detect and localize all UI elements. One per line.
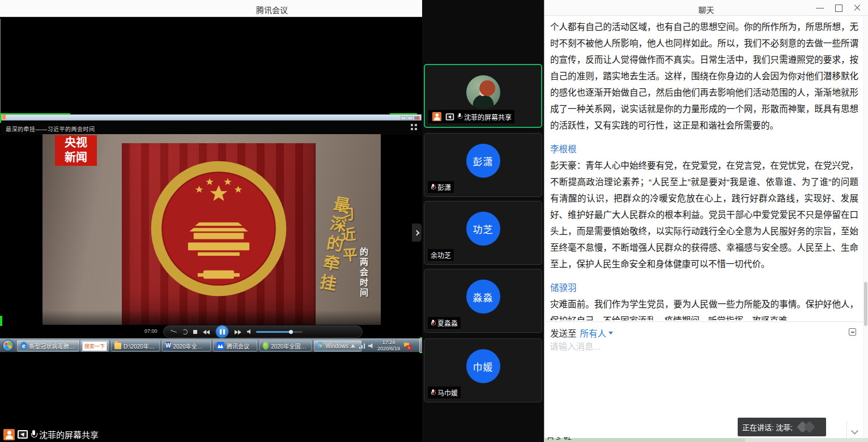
system-tray: 17:24 2020/6/19 1 — [350, 339, 418, 353]
participant-label: 彭潇 — [428, 181, 454, 193]
now-speaking-overlay: 正在讲话: 沈菲; — [738, 418, 826, 436]
mic-muted-icon — [431, 184, 435, 191]
taskbar-item-ie[interactable]: e 新型冠状病毒肺炎疫情 — [17, 340, 79, 351]
chat-titlebar: 聊天 — [544, 0, 868, 16]
word-doc-icon: W — [165, 342, 171, 350]
cctv-logo-line2: 新闻 — [55, 150, 97, 165]
send-to-selector[interactable]: 所有人 — [580, 327, 614, 339]
avatar: 功芝 — [466, 212, 500, 246]
presenter-icon — [3, 429, 15, 440]
share-border-fragment — [0, 316, 2, 326]
chat-scrollbar-track[interactable] — [863, 16, 868, 442]
wmp-window-titlebar[interactable] — [1, 114, 422, 121]
video-title: 最深的牵挂——习近平的两会时间 — [6, 125, 95, 133]
participant-name: 余功芝 — [431, 250, 451, 260]
fast-forward-button[interactable] — [235, 327, 241, 337]
start-button[interactable] — [2, 340, 14, 351]
chat-sender[interactable]: 李根根 — [550, 141, 858, 157]
screen-share-icon — [18, 430, 28, 439]
action-center-flag-icon[interactable]: 1 — [403, 342, 410, 350]
avatar: 彭潇 — [466, 144, 500, 178]
ie-icon: e — [20, 342, 27, 350]
participant-label: 沈菲的屏幕共享 — [428, 110, 514, 123]
folder-icon — [114, 343, 121, 349]
windows-flag-icon — [5, 342, 11, 349]
taskbar-item-folder[interactable]: D:\2020年春学... — [111, 340, 160, 351]
participant-name: 彭潇 — [437, 182, 451, 192]
clock-date: 2020/6/19 — [377, 346, 400, 352]
rewind-button[interactable] — [203, 327, 210, 337]
chat-message-list[interactable]: 个人都有自己的活动区域，也有自己的思想空间。你的所作所为，所思所想，无时不刻不被… — [544, 16, 864, 320]
share-banner: 沈菲的屏幕共享 — [1, 428, 101, 441]
volume-icon[interactable] — [247, 329, 250, 334]
participant-tile-sharer[interactable]: 沈菲的屏幕共享 — [424, 64, 542, 128]
participant-name: 夏淼淼 — [437, 318, 458, 328]
send-to-label: 发送至 — [550, 327, 577, 339]
participant-tile[interactable]: 巾媛 马巾媛 — [424, 338, 542, 402]
repeat-icon[interactable] — [182, 329, 188, 334]
cctv-logo-line1: 央视 — [55, 135, 97, 150]
taskbar-item-meeting[interactable]: 腾讯会议 — [213, 340, 257, 351]
partial-clipped-text: 吕永勤 — [546, 435, 597, 440]
chat-window: 聊天 个人都有自己的活动区域，也有自己的思想空间。你的所作所为，所思所想，无时不… — [544, 0, 868, 442]
participant-tile[interactable]: 彭潇 彭潇 — [424, 133, 542, 197]
participant-name: 沈菲的屏幕共享 — [464, 112, 512, 122]
taskbar-item-doc[interactable]: W 2020年全国两会.do.. — [162, 340, 211, 351]
chat-scrollbar-thumb[interactable] — [864, 282, 867, 326]
chat-message: 灾难面前。我们作为学生党员，要为人民做一些力所能及的事情。保护好他人，保护好自己… — [550, 296, 858, 320]
playback-time: 07:00 — [144, 328, 158, 334]
popout-chat-icon[interactable] — [849, 328, 856, 336]
video-frame[interactable]: 央视 新闻 — [42, 134, 381, 325]
send-to-value: 所有人 — [580, 327, 607, 339]
avatar: 巾媛 — [466, 349, 500, 383]
wmp-maximize-button[interactable] — [407, 116, 413, 120]
mic-muted-icon — [431, 389, 435, 396]
participant-tile[interactable]: 淼淼 夏淼淼 — [424, 269, 542, 333]
taskbar-clock[interactable]: 17:24 2020/6/19 — [377, 340, 400, 352]
wmp-icon — [317, 342, 323, 350]
participant-label: 夏淼淼 — [428, 317, 461, 329]
taskbar-item-search[interactable]: 搜索一下 — [80, 340, 109, 351]
collapse-panel-button[interactable] — [412, 224, 422, 242]
tencent-meeting-logo-watermark — [797, 421, 818, 434]
chat-minimize-button[interactable] — [812, 3, 827, 12]
tencent-meeting-icon — [216, 342, 224, 350]
speaker-icon[interactable] — [368, 343, 374, 349]
participant-label: 马巾媛 — [428, 387, 461, 398]
avatar — [466, 75, 500, 109]
national-emblem — [149, 159, 288, 298]
windows-taskbar: e 新型冠状病毒肺炎疫情 搜索一下 D:\2020年春学... W 2020年全… — [0, 338, 422, 352]
wmp-topbar: 最深的牵挂——习近平的两会时间 — [1, 121, 422, 135]
tray-chevron-up-icon[interactable] — [350, 343, 356, 349]
divider — [846, 421, 847, 438]
chat-message: 彭天豪：青年人心中始终要有党，在党爱党，在党言党，在党忧党，在党兴党，不断提高政… — [550, 157, 858, 272]
shuffle-icon[interactable] — [170, 328, 177, 334]
mic-muted-icon — [431, 320, 435, 327]
chat-maximize-button[interactable] — [832, 3, 846, 12]
wmp-window-icon — [2, 115, 6, 119]
mic-icon — [457, 113, 462, 120]
switch-library-icon[interactable] — [411, 124, 417, 130]
chat-close-button[interactable] — [850, 3, 865, 12]
network-icon[interactable] — [359, 343, 365, 349]
pause-button[interactable] — [215, 325, 229, 338]
volume-slider[interactable] — [256, 331, 303, 333]
chat-message-input[interactable] — [550, 340, 844, 354]
now-speaking-label: 正在讲话: 沈菲; — [742, 422, 793, 432]
clock-time: 17:24 — [377, 340, 400, 346]
taskbar-item-green-app[interactable]: 2020年全国两会 凤.. — [259, 340, 312, 351]
stop-button[interactable] — [193, 330, 197, 334]
chat-sender[interactable]: 储骙羽 — [550, 280, 858, 296]
mic-icon — [31, 430, 36, 439]
wmp-control-bar — [163, 325, 363, 338]
presenter-icon — [432, 112, 441, 121]
wmp-close-button[interactable] — [414, 116, 420, 120]
red-banner — [122, 143, 316, 325]
chevron-down-icon — [609, 332, 613, 334]
screen: 腾讯会议 最深的牵挂——习近平的两会时间 央视 新闻 — [0, 0, 868, 442]
shared-screen-edge — [0, 19, 1, 114]
participant-tile[interactable]: 功芝 余功芝 — [424, 201, 542, 265]
wmp-minimize-button[interactable] — [401, 116, 406, 120]
send-to-row: 发送至 所有人 — [550, 325, 613, 340]
green-app-icon — [263, 342, 269, 350]
